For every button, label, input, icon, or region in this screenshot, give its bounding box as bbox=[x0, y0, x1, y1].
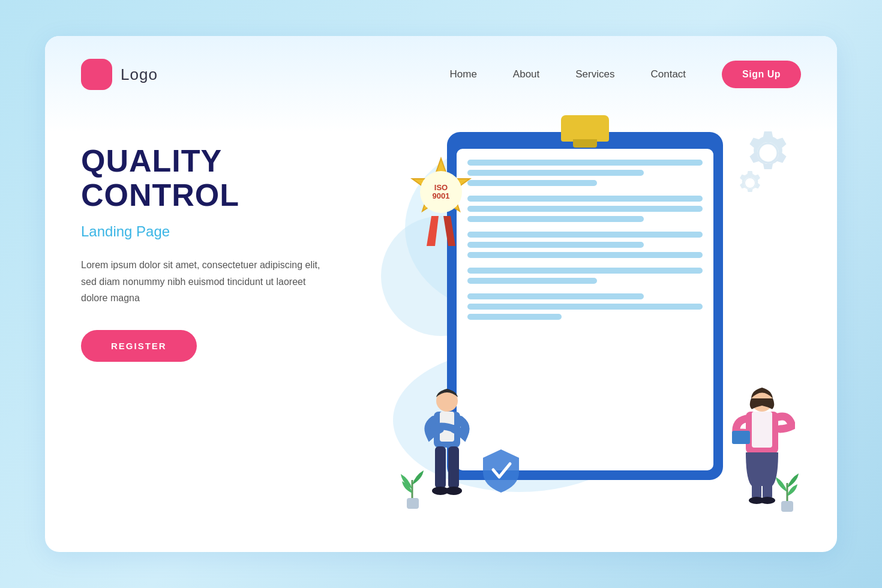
hero-description: Lorem ipsum dolor sit amet, consectetuer… bbox=[81, 257, 333, 306]
clipboard bbox=[447, 132, 723, 480]
paper-line bbox=[467, 304, 703, 310]
paper-line bbox=[467, 268, 703, 274]
svg-rect-23 bbox=[781, 501, 793, 512]
main-card: Logo Home About Services Contact Sign Up… bbox=[45, 36, 837, 552]
svg-rect-10 bbox=[448, 446, 459, 488]
line-group-1 bbox=[467, 160, 703, 186]
main-content: QUALITY CONTROL Landing Page Lorem ipsum… bbox=[45, 96, 837, 552]
paper-line bbox=[467, 232, 703, 238]
line-group-4 bbox=[467, 268, 703, 284]
iso-circle: ISO 9001 bbox=[420, 171, 462, 213]
register-button[interactable]: REGISTER bbox=[81, 330, 197, 362]
gear-small-icon bbox=[735, 168, 765, 198]
svg-rect-17 bbox=[752, 484, 761, 499]
iso-text-line2: 9001 bbox=[433, 192, 450, 200]
svg-marker-4 bbox=[427, 216, 439, 246]
nav-contact[interactable]: Contact bbox=[650, 68, 686, 80]
paper-line bbox=[467, 196, 703, 202]
svg-rect-15 bbox=[752, 412, 772, 448]
shield bbox=[480, 447, 522, 495]
right-panel: ISO 9001 bbox=[369, 120, 801, 552]
paper-line bbox=[467, 180, 597, 186]
logo-text: Logo bbox=[121, 65, 158, 84]
paper-line bbox=[467, 206, 703, 212]
svg-rect-21 bbox=[407, 498, 419, 509]
iso-text-line1: ISO bbox=[434, 184, 448, 192]
nav-about[interactable]: About bbox=[513, 68, 539, 80]
logo-icon bbox=[81, 59, 112, 90]
plant-left-icon bbox=[396, 468, 429, 510]
paper-line bbox=[467, 216, 644, 222]
paper-line bbox=[467, 160, 703, 166]
logo-area: Logo bbox=[81, 59, 158, 90]
svg-marker-5 bbox=[443, 216, 455, 246]
nav-home[interactable]: Home bbox=[449, 68, 476, 80]
plant-left bbox=[396, 468, 429, 510]
signup-button[interactable]: Sign Up bbox=[722, 61, 801, 88]
line-group-2 bbox=[467, 196, 703, 222]
svg-rect-9 bbox=[435, 446, 446, 488]
clipboard-clip bbox=[561, 115, 609, 142]
nav-services[interactable]: Services bbox=[575, 68, 614, 80]
svg-point-12 bbox=[445, 487, 462, 495]
paper-line bbox=[467, 242, 644, 248]
line-group-3 bbox=[467, 232, 703, 258]
line-group-5 bbox=[467, 293, 703, 320]
iso-badge: ISO 9001 bbox=[405, 156, 477, 228]
paper-line bbox=[467, 314, 562, 320]
svg-rect-16 bbox=[732, 431, 750, 444]
navbar: Logo Home About Services Contact Sign Up bbox=[45, 36, 837, 96]
paper-lines bbox=[457, 149, 713, 334]
clipboard-paper bbox=[457, 149, 713, 470]
nav-links: Home About Services Contact bbox=[449, 68, 686, 80]
svg-point-1 bbox=[745, 178, 755, 188]
plant-right-icon bbox=[771, 471, 804, 513]
paper-line bbox=[467, 293, 644, 299]
left-panel: QUALITY CONTROL Landing Page Lorem ipsum… bbox=[81, 120, 369, 362]
hero-subtitle: Landing Page bbox=[81, 223, 369, 240]
paper-line bbox=[467, 170, 644, 176]
paper-line bbox=[467, 252, 703, 258]
plant-right bbox=[771, 471, 804, 513]
svg-point-0 bbox=[758, 143, 778, 163]
paper-line bbox=[467, 278, 597, 284]
iso-ribbon-icon bbox=[422, 216, 460, 246]
hero-title: QUALITY CONTROL bbox=[81, 144, 369, 212]
shield-icon bbox=[480, 447, 522, 495]
